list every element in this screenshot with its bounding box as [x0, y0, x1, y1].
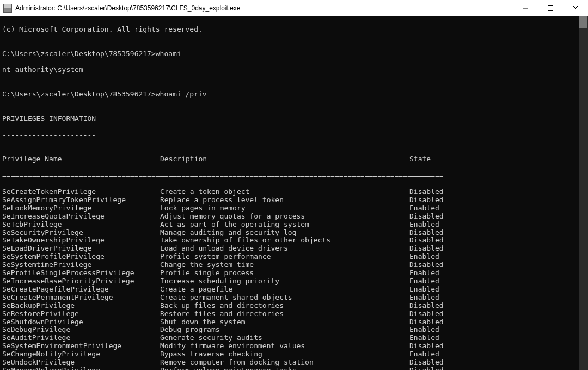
priv-name: SeTcbPrivilege — [2, 221, 160, 229]
priv-name: SeAuditPrivilege — [2, 334, 160, 342]
priv-state: Enabled — [409, 253, 439, 261]
priv-desc: Create a token object — [160, 188, 409, 196]
priv-name: SeProfileSingleProcessPrivilege — [2, 269, 160, 277]
col-header-desc: Description — [160, 155, 409, 163]
priv-desc: Profile single process — [160, 269, 409, 277]
priv-desc: Replace a process level token — [160, 196, 409, 204]
copyright-line: (c) Microsoft Corporation. All rights re… — [2, 26, 577, 34]
terminal-output[interactable]: (c) Microsoft Corporation. All rights re… — [0, 16, 579, 370]
priv-name: SeIncreaseBasePriorityPrivilege — [2, 277, 160, 286]
table-row: SeCreateTokenPrivilegeCreate a token obj… — [2, 188, 577, 196]
priv-desc: Profile system performance — [160, 253, 409, 261]
priv-state: Enabled — [409, 350, 439, 359]
priv-name: SeTakeOwnershipPrivilege — [2, 236, 160, 245]
priv-desc: Adjust memory quotas for a process — [160, 213, 409, 221]
priv-name: SeSystemProfilePrivilege — [2, 253, 160, 261]
table-row: SeAssignPrimaryTokenPrivilegeReplace a p… — [2, 196, 577, 204]
priv-name: SeLoadDriverPrivilege — [2, 245, 160, 253]
priv-desc: Debug programs — [160, 326, 409, 334]
priv-name: SeCreatePagefilePrivilege — [2, 286, 160, 294]
priv-name: SeChangeNotifyPrivilege — [2, 350, 160, 359]
priv-desc: Increase scheduling priority — [160, 277, 409, 286]
prompt-whoami-priv: C:\Users\zscaler\Desktop\7853596217>whoa… — [2, 90, 577, 99]
priv-name: SeDebugPrivilege — [2, 326, 160, 334]
table-separator: ========================================… — [2, 172, 577, 180]
table-row: SeManageVolumePrivilegePerform volume ma… — [2, 367, 577, 370]
priv-state: Disabled — [409, 196, 444, 204]
priv-state: Disabled — [409, 359, 444, 367]
table-row: SeIncreaseBasePriorityPrivilegeIncrease … — [2, 277, 577, 286]
priv-desc: Modify firmware environment values — [160, 342, 409, 350]
priv-state: Disabled — [409, 310, 444, 318]
priv-desc: Bypass traverse checking — [160, 350, 409, 359]
priv-desc: Perform volume maintenance tasks — [160, 367, 409, 370]
priv-desc: Manage auditing and security log — [160, 229, 409, 237]
table-header: Privilege NameDescriptionState — [2, 155, 577, 163]
priv-name: SeSystemEnvironmentPrivilege — [2, 342, 160, 350]
priv-state: Disabled — [409, 261, 444, 269]
priv-state: Enabled — [409, 277, 439, 286]
priv-state: Enabled — [409, 334, 439, 342]
table-row: SeShutdownPrivilegeShut down the systemD… — [2, 318, 577, 326]
table-row: SeDebugPrivilegeDebug programsEnabled — [2, 326, 577, 334]
priv-desc: Shut down the system — [160, 318, 409, 326]
priv-state: Enabled — [409, 286, 439, 294]
priv-state: Disabled — [409, 367, 444, 370]
priv-desc: Create a pagefile — [160, 286, 409, 294]
priv-name: SeUndockPrivilege — [2, 359, 160, 367]
col-header-state: State — [409, 155, 431, 163]
table-row: SeTcbPrivilegeAct as part of the operati… — [2, 221, 577, 229]
priv-desc: Take ownership of files or other objects — [160, 236, 409, 245]
priv-desc: Act as part of the operating system — [160, 221, 409, 229]
priv-state: Disabled — [409, 188, 444, 196]
priv-desc: Remove computer from docking station — [160, 359, 409, 367]
scrollbar-thumb[interactable] — [579, 16, 587, 28]
priv-name: SeSecurityPrivilege — [2, 229, 160, 237]
table-row: SeUndockPrivilegeRemove computer from do… — [2, 359, 577, 367]
dash-separator: ---------------------- — [2, 131, 577, 139]
table-row: SeAuditPrivilegeGenerate security audits… — [2, 334, 577, 342]
priv-desc: Restore files and directories — [160, 310, 409, 318]
priv-state: Disabled — [409, 213, 444, 221]
svg-rect-1 — [548, 5, 553, 10]
priv-state: Enabled — [409, 294, 439, 302]
priv-state: Disabled — [409, 302, 444, 310]
priv-name: SeAssignPrimaryTokenPrivilege — [2, 196, 160, 204]
priv-state: Enabled — [409, 269, 439, 277]
priv-state: Disabled — [409, 245, 444, 253]
window-title: Administrator: C:\Users\zscaler\Desktop\… — [15, 4, 513, 12]
priv-state: Disabled — [409, 318, 444, 326]
priv-name: SeSystemtimePrivilege — [2, 261, 160, 269]
priv-state: Disabled — [409, 342, 444, 350]
scrollbar[interactable] — [579, 16, 588, 370]
priv-desc: Back up files and directories — [160, 302, 409, 310]
table-row: SeRestorePrivilegeRestore files and dire… — [2, 310, 577, 318]
table-row: SeCreatePermanentPrivilegeCreate permane… — [2, 294, 577, 302]
col-header-name: Privilege Name — [2, 155, 160, 163]
priv-desc: Create permanent shared objects — [160, 294, 409, 302]
minimize-button[interactable] — [513, 0, 538, 16]
priv-name: SeCreatePermanentPrivilege — [2, 294, 160, 302]
maximize-button[interactable] — [538, 0, 563, 16]
table-row: SeCreatePagefilePrivilegeCreate a pagefi… — [2, 286, 577, 294]
whoami-output: nt authority\system — [2, 66, 577, 74]
priv-name: SeRestorePrivilege — [2, 310, 160, 318]
priv-name: SeLockMemoryPrivilege — [2, 204, 160, 213]
table-row: SeSecurityPrivilegeManage auditing and s… — [2, 229, 577, 237]
priv-info-header: PRIVILEGES INFORMATION — [2, 115, 577, 123]
table-row: SeBackupPrivilegeBack up files and direc… — [2, 302, 577, 310]
terminal-area: (c) Microsoft Corporation. All rights re… — [0, 16, 588, 370]
priv-state: Disabled — [409, 236, 444, 245]
priv-desc: Lock pages in memory — [160, 204, 409, 213]
app-icon — [3, 4, 12, 13]
table-row: SeSystemEnvironmentPrivilegeModify firmw… — [2, 342, 577, 350]
table-row: SeLoadDriverPrivilegeLoad and unload dev… — [2, 245, 577, 253]
table-row: SeTakeOwnershipPrivilegeTake ownership o… — [2, 236, 577, 245]
table-row: SeSystemProfilePrivilegeProfile system p… — [2, 253, 577, 261]
table-row: SeLockMemoryPrivilegeLock pages in memor… — [2, 204, 577, 213]
titlebar[interactable]: Administrator: C:\Users\zscaler\Desktop\… — [0, 0, 588, 16]
priv-state: Enabled — [409, 221, 439, 229]
close-button[interactable] — [563, 0, 588, 16]
priv-desc: Load and unload device drivers — [160, 245, 409, 253]
priv-name: SeManageVolumePrivilege — [2, 367, 160, 370]
